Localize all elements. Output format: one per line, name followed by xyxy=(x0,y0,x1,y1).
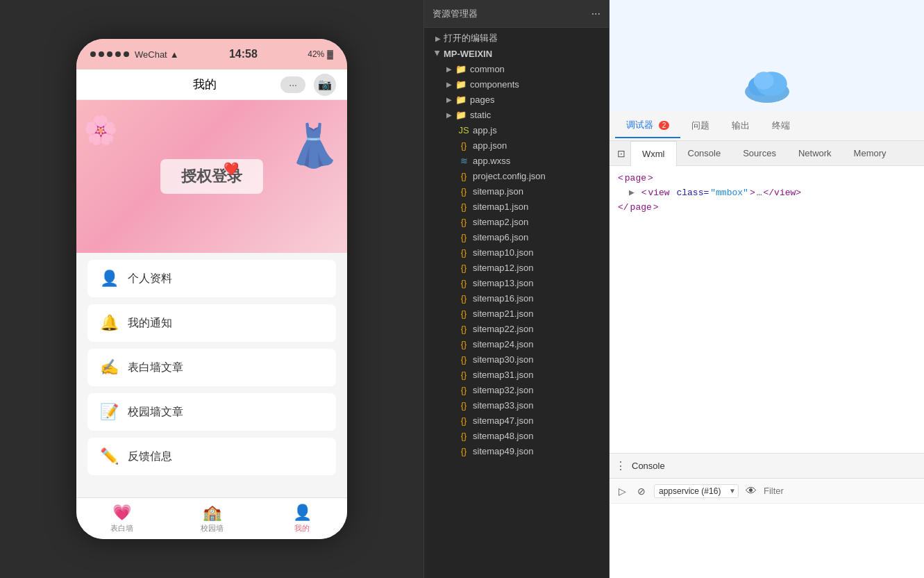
menu-item-profile[interactable]: 👤 个人资料 xyxy=(87,260,336,297)
tree-item-sitemap6[interactable]: {} sitemap6.json xyxy=(424,229,609,245)
file-panel-header: 资源管理器 ··· xyxy=(424,0,609,28)
sitemap49-icon: {} xyxy=(457,445,470,457)
tree-item-appjs[interactable]: JS app.js xyxy=(424,122,609,138)
subtab-console[interactable]: Console xyxy=(677,141,732,166)
menu-item-notification[interactable]: 🔔 我的通知 xyxy=(87,304,336,342)
hero-area: 🌸 授权登录 👗 ❤️ xyxy=(76,100,347,253)
file-panel-menu-button[interactable]: ··· xyxy=(591,8,600,20)
sitemap6-label: sitemap6.json xyxy=(473,232,528,242)
tab-bar: 💗 表白墙 🏫 校园墙 👤 我的 xyxy=(76,497,347,539)
tree-item-sitemap22[interactable]: {} sitemap22.json xyxy=(424,321,609,336)
dom-view-arrow[interactable]: ▶ xyxy=(629,186,635,201)
components-folder-icon: 📁 xyxy=(455,78,467,90)
tree-item-appwxss[interactable]: ≋ app.wxss xyxy=(424,153,609,168)
tab-mine[interactable]: 👤 我的 xyxy=(257,504,347,534)
tree-item-common[interactable]: ▶ 📁 common xyxy=(424,61,609,76)
dom-tag-page: page xyxy=(625,172,646,186)
tree-item-open-editors[interactable]: ▶ 打开的编辑器 xyxy=(424,31,609,46)
console-section: ⋮ Console ▷ ⊘ appservice (#16) ▼ 👁 xyxy=(610,453,924,578)
tree-item-sitemap49[interactable]: {} sitemap49.json xyxy=(424,443,609,459)
nav-camera-button[interactable]: 📷 xyxy=(314,74,336,96)
sitemap-icon: {} xyxy=(457,185,470,197)
sitemap2-icon: {} xyxy=(457,215,470,228)
tree-item-static[interactable]: ▶ 📁 static xyxy=(424,107,609,122)
console-run-button[interactable]: ▷ xyxy=(615,484,629,498)
tab-terminal-label: 终端 xyxy=(772,120,790,131)
sitemap30-label: sitemap30.json xyxy=(473,354,533,365)
sitemap10-label: sitemap10.json xyxy=(473,247,533,258)
dom-tag-page-close: > xyxy=(648,172,653,186)
sitemap30-icon: {} xyxy=(457,353,470,365)
tree-item-sitemap12[interactable]: {} sitemap12.json xyxy=(424,260,609,275)
tree-item-appjson[interactable]: {} app.json xyxy=(424,138,609,153)
menu-item-campus-wall[interactable]: 📝 校园墙文章 xyxy=(87,393,336,431)
tree-item-sitemap10[interactable]: {} sitemap10.json xyxy=(424,245,609,260)
subtab-console-label: Console xyxy=(688,148,721,158)
console-header-menu[interactable]: ⋮ xyxy=(615,461,626,472)
console-context-select[interactable]: appservice (#16) xyxy=(654,484,739,498)
open-editors-label: 打开的编辑器 xyxy=(444,32,498,44)
tab-output[interactable]: 输出 xyxy=(721,114,761,138)
tree-item-sitemap13[interactable]: {} sitemap13.json xyxy=(424,275,609,290)
sitemap16-icon: {} xyxy=(457,292,470,304)
tree-item-pages[interactable]: ▶ 📁 pages xyxy=(424,92,609,107)
console-eye-button[interactable]: 👁 xyxy=(744,484,758,498)
tab-terminal[interactable]: 终端 xyxy=(761,114,801,138)
tree-item-sitemap30[interactable]: {} sitemap30.json xyxy=(424,352,609,367)
menu-text-profile: 个人资料 xyxy=(128,272,172,286)
tree-item-sitemap32[interactable]: {} sitemap32.json xyxy=(424,382,609,397)
devtools-panel: 调试器 2 问题 输出 终端 ⊡ Wxml Console Sources Ne… xyxy=(610,0,924,578)
tree-item-sitemap1[interactable]: {} sitemap1.json xyxy=(424,199,609,214)
flower-decoration: 🌸 xyxy=(83,114,118,147)
tree-item-sitemap33[interactable]: {} sitemap33.json xyxy=(424,397,609,413)
tree-item-sitemap47[interactable]: {} sitemap47.json xyxy=(424,413,609,428)
tree-item-sitemap[interactable]: {} sitemap.json xyxy=(424,183,609,199)
menu-text-notification: 我的通知 xyxy=(128,316,172,331)
tab-problems[interactable]: 问题 xyxy=(680,114,721,138)
subtab-sources[interactable]: Sources xyxy=(732,141,787,166)
subtab-network[interactable]: Network xyxy=(787,141,843,166)
tree-item-components[interactable]: ▶ 📁 components xyxy=(424,76,609,92)
sitemap31-icon: {} xyxy=(457,368,470,381)
sitemap21-label: sitemap21.json xyxy=(473,308,533,319)
console-stop-button[interactable]: ⊘ xyxy=(635,484,648,498)
dom-tag-page-open: < xyxy=(618,172,623,186)
sitemap12-icon: {} xyxy=(457,261,470,274)
appjson-label: app.json xyxy=(473,140,507,151)
sitemap31-label: sitemap31.json xyxy=(473,370,533,380)
tree-item-sitemap16[interactable]: {} sitemap16.json xyxy=(424,290,609,306)
tree-item-projectconfig[interactable]: {} project.config.json xyxy=(424,168,609,183)
tree-item-root[interactable]: ▶ MP-WEIXIN xyxy=(424,46,609,61)
status-right: 42% ▓ xyxy=(308,49,333,59)
menu-item-feedback[interactable]: ✏️ 反馈信息 xyxy=(87,438,336,475)
tree-item-sitemap24[interactable]: {} sitemap24.json xyxy=(424,336,609,352)
nav-title: 我的 xyxy=(193,76,217,92)
sitemap21-icon: {} xyxy=(457,307,470,320)
subtab-memory[interactable]: Memory xyxy=(843,141,898,166)
subtab-wxml[interactable]: Wxml xyxy=(630,141,677,166)
status-bar: WeChat ▲ 14:58 42% ▓ xyxy=(76,39,347,69)
nav-more-button[interactable]: ··· xyxy=(280,76,305,93)
menu-text-feedback: 反馈信息 xyxy=(128,449,172,464)
tab-love-wall[interactable]: 💗 表白墙 xyxy=(76,504,167,534)
tree-item-sitemap21[interactable]: {} sitemap21.json xyxy=(424,306,609,321)
common-arrow: ▶ xyxy=(444,63,455,74)
svg-point-3 xyxy=(753,72,773,90)
open-editors-arrow: ▶ xyxy=(432,33,444,44)
static-folder-icon: 📁 xyxy=(455,108,467,121)
tab-campus-wall-icon: 🏫 xyxy=(203,504,221,522)
tree-item-sitemap48[interactable]: {} sitemap48.json xyxy=(424,428,609,443)
phone-frame: WeChat ▲ 14:58 42% ▓ 我的 ··· 📷 🌸 授权登录 👗 ❤… xyxy=(76,39,347,539)
wifi-icon: ▲ xyxy=(170,49,179,60)
tree-item-sitemap2[interactable]: {} sitemap2.json xyxy=(424,214,609,229)
tab-campus-wall[interactable]: 🏫 校园墙 xyxy=(167,504,257,534)
projectconfig-label: project.config.json xyxy=(473,171,546,181)
tab-debugger-label: 调试器 xyxy=(626,119,653,130)
subtab-selector-icon[interactable]: ⊡ xyxy=(612,144,630,163)
tab-debugger[interactable]: 调试器 2 xyxy=(615,113,680,138)
tree-item-sitemap31[interactable]: {} sitemap31.json xyxy=(424,367,609,382)
tab-output-label: 输出 xyxy=(732,120,750,131)
console-filter-input[interactable] xyxy=(764,486,918,496)
signal-dot-4 xyxy=(115,51,121,57)
menu-item-love-wall[interactable]: ✍️ 表白墙文章 xyxy=(87,349,336,386)
